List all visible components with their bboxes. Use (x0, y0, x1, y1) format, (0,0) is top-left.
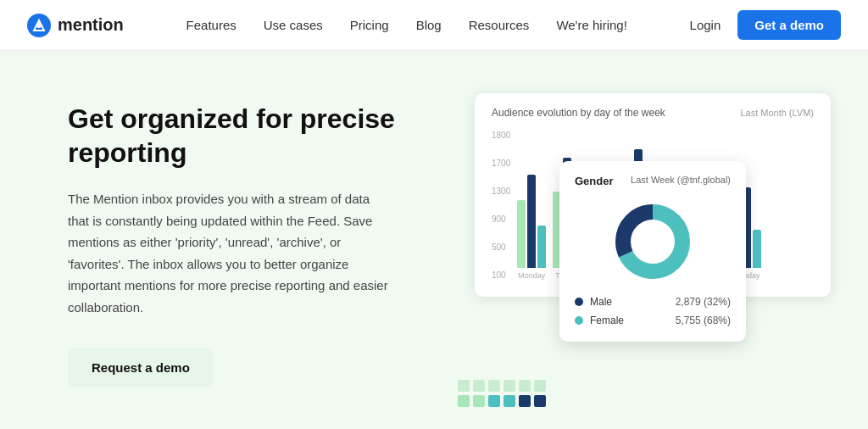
svg-point-1 (36, 23, 42, 28)
y-label-1800: 1800 (492, 131, 510, 140)
hero-left: Get organized for precise reporting The … (68, 93, 424, 387)
hero-headline: Get organized for precise reporting (68, 102, 424, 170)
get-demo-button[interactable]: Get a demo (737, 10, 841, 40)
legend-female: Female 5,755 (68%) (575, 315, 731, 326)
gender-header: Gender Last Week (@tnf.global) (575, 175, 731, 187)
nav-resources[interactable]: Resources (469, 18, 530, 32)
navbar: mention Features Use cases Pricing Blog … (0, 0, 868, 51)
donut-center (634, 223, 671, 260)
gender-card: Gender Last Week (@tnf.global) (559, 161, 746, 342)
dot (473, 380, 485, 392)
bar-sun-teal (753, 230, 761, 268)
gender-title: Gender (575, 175, 614, 187)
y-label-1300: 1300 (492, 187, 510, 196)
hero-section: Get organized for precise reporting The … (0, 51, 868, 429)
y-label-900: 900 (492, 214, 510, 224)
legend-male: Male 2,879 (32%) (575, 296, 731, 308)
female-dot (575, 316, 583, 325)
male-label: Male (590, 296, 612, 308)
y-label-500: 500 (492, 242, 510, 252)
bar-mon-navy (527, 175, 536, 268)
bar-mon-green (517, 200, 526, 268)
request-demo-button[interactable]: Request a demo (68, 348, 214, 387)
donut-svg (610, 199, 695, 284)
logo[interactable]: mention (27, 14, 124, 37)
chart-area: Audience evolution by day of the week La… (475, 93, 834, 398)
dot (488, 380, 500, 392)
dot (488, 395, 500, 407)
y-label-1700: 1700 (492, 159, 510, 168)
nav-features[interactable]: Features (186, 18, 236, 32)
male-value: 2,879 (32%) (676, 296, 731, 308)
dot (519, 395, 531, 407)
nav-blog[interactable]: Blog (416, 18, 442, 32)
login-link[interactable]: Login (690, 18, 721, 32)
dot (458, 395, 470, 407)
donut-chart (575, 199, 731, 284)
dot (458, 380, 470, 392)
gender-period: Last Week (@tnf.global) (631, 175, 731, 187)
nav-links: Features Use cases Pricing Blog Resource… (186, 18, 627, 32)
logo-icon (27, 14, 51, 37)
nav-hiring[interactable]: We're hiring! (556, 18, 626, 32)
logo-text: mention (58, 15, 124, 35)
chart-period: Last Month (LVM) (740, 108, 814, 118)
male-dot (575, 298, 583, 306)
nav-use-cases[interactable]: Use cases (264, 18, 323, 32)
chart-title: Audience evolution by day of the week (492, 107, 665, 119)
bar-mon-teal (537, 226, 546, 268)
dot (504, 395, 515, 407)
x-label-monday: Monday (518, 271, 545, 280)
dot (504, 380, 515, 392)
dot (473, 395, 485, 407)
female-label: Female (590, 315, 624, 326)
dot (534, 380, 546, 392)
gender-legend: Male 2,879 (32%) Female 5,755 (68%) (575, 296, 731, 326)
hero-body: The Mention inbox provides you with a st… (68, 188, 390, 318)
dot (519, 380, 531, 392)
nav-right: Login Get a demo (690, 10, 841, 40)
nav-pricing[interactable]: Pricing (350, 18, 389, 32)
dot (534, 395, 546, 407)
chart-header: Audience evolution by day of the week La… (492, 107, 814, 119)
y-label-100: 100 (492, 270, 510, 280)
female-value: 5,755 (68%) (676, 315, 731, 326)
dots-grid (458, 380, 546, 407)
